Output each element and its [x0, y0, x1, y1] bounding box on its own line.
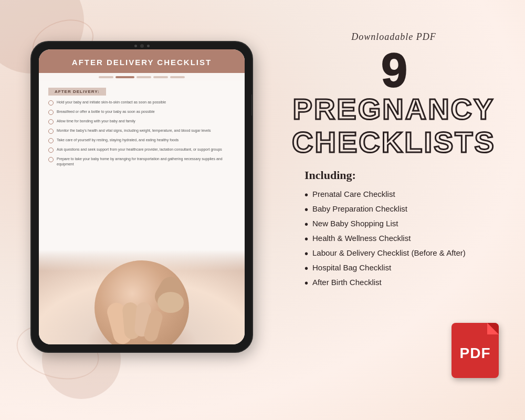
tablet-mockup: AFTER DELIVERY CHECKLIST AFTER DELIVERY:… — [32, 42, 252, 352]
including-list-item: Labour & Delivery Checklist (Before & Af… — [304, 246, 504, 261]
including-list-item: New Baby Shopping List — [304, 217, 504, 232]
title-line-1: PREGNANCY — [293, 94, 495, 125]
check-circle — [48, 129, 54, 134]
check-circle — [48, 119, 54, 124]
camera-dot-1 — [134, 45, 137, 47]
nav-dot-1 — [99, 76, 113, 78]
baby-circle — [94, 260, 189, 344]
nav-dot-3 — [136, 76, 151, 78]
including-list-item: Hospital Bag Checklist — [304, 261, 504, 276]
including-title: Including: — [304, 169, 504, 182]
baby-photo-placeholder — [39, 239, 245, 344]
pdf-badge[interactable]: PDF — [452, 323, 499, 378]
including-list-item: Prenatal Care Checklist — [304, 187, 504, 202]
check-circle — [48, 110, 54, 115]
tablet-checklist-item: Take care of yourself by resting, stayin… — [48, 138, 235, 143]
checklist-item-text: Ask questions and seek support from your… — [57, 147, 222, 152]
section-label: AFTER DELIVERY: — [48, 88, 106, 96]
including-list-item: After Birth Checklist — [304, 276, 504, 290]
including-section: Including: Prenatal Care ChecklistBaby P… — [284, 169, 504, 290]
tablet-baby-image — [39, 239, 245, 344]
tablet-checklist-item: Hold your baby and initiate skin-to-skin… — [48, 100, 235, 106]
checklist-item-text: Take care of yourself by resting, stayin… — [57, 138, 178, 143]
camera-lens — [140, 44, 144, 48]
check-circle — [48, 100, 54, 106]
including-list-item: Health & Wellness Checklist — [304, 232, 504, 246]
camera-dot-2 — [147, 45, 150, 47]
nav-dot-4 — [153, 76, 168, 78]
including-list-item: Baby Preparation Checklist — [304, 202, 504, 217]
checklist-item-text: Hold your baby and initiate skin-to-skin… — [57, 100, 166, 105]
check-circle — [48, 148, 54, 153]
checklist-item-text: Monitor the baby's health and vital sign… — [57, 128, 211, 133]
tablet-header: AFTER DELIVERY CHECKLIST — [39, 49, 245, 73]
tablet-checklist-item: Prepare to take your baby home by arrang… — [48, 156, 235, 167]
tablet-camera-bar — [121, 42, 163, 49]
nav-dot-2 — [116, 76, 134, 78]
pdf-label: PDF — [460, 345, 491, 362]
title-line-2: CHECKLISTS — [292, 127, 496, 158]
checklist-list: Prenatal Care ChecklistBaby Preparation … — [304, 187, 504, 290]
tablet-body: AFTER DELIVERY: Hold your baby and initi… — [39, 80, 245, 239]
checklist-item-text: Breastfeed or offer a bottle to your bab… — [57, 109, 155, 114]
check-circle — [48, 157, 54, 162]
tablet-header-title: AFTER DELIVERY CHECKLIST — [49, 58, 234, 67]
number-display: 9 — [381, 47, 406, 94]
tablet-side-button — [251, 94, 252, 116]
check-circle — [48, 138, 54, 143]
right-content: Downloadable PDF 9 PREGNANCY CHECKLISTS … — [284, 32, 504, 290]
checklist-item-text: Prepare to take your baby home by arrang… — [57, 156, 235, 167]
downloadable-label: Downloadable PDF — [351, 32, 436, 43]
tablet-device: AFTER DELIVERY CHECKLIST AFTER DELIVERY:… — [32, 42, 252, 352]
tablet-checklist-item: Ask questions and seek support from your… — [48, 147, 235, 153]
pdf-icon-body: PDF — [452, 323, 499, 378]
checklist-items: Hold your baby and initiate skin-to-skin… — [48, 100, 235, 167]
tablet-checklist-item: Monitor the baby's health and vital sign… — [48, 128, 235, 134]
tablet-screen: AFTER DELIVERY CHECKLIST AFTER DELIVERY:… — [39, 49, 245, 344]
tablet-checklist-item: Allow time for bonding with your baby an… — [48, 119, 235, 124]
tablet-checklist-item: Breastfeed or offer a bottle to your bab… — [48, 109, 235, 115]
tablet-nav-bar — [39, 73, 245, 80]
nav-dot-5 — [170, 76, 185, 78]
checklist-item-text: Allow time for bonding with your baby an… — [57, 119, 135, 124]
